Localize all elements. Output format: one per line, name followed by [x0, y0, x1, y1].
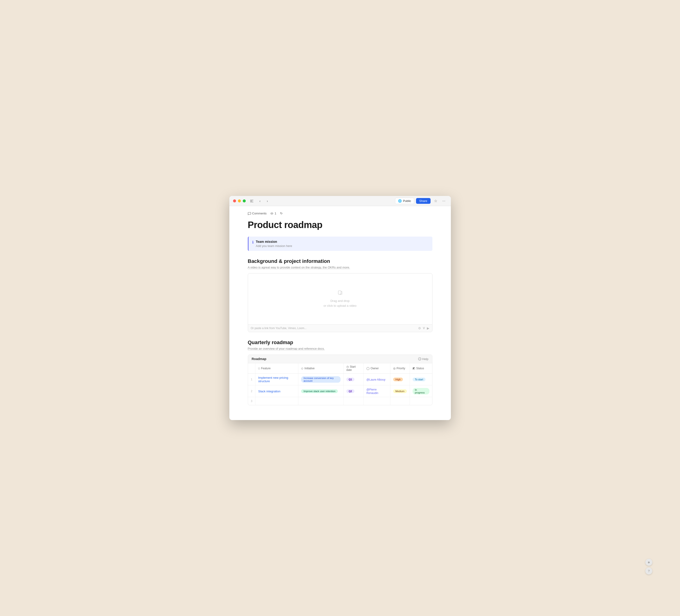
comments-label: Comments — [252, 212, 267, 215]
status-badge-1: To start — [413, 377, 425, 381]
priority-3 — [390, 397, 409, 405]
col-initiative: ◇Initiative — [299, 363, 343, 374]
table-row: 3 — [248, 397, 432, 405]
comment-icon — [248, 212, 251, 215]
status-badge-2: In progress — [413, 388, 429, 394]
owner-text-1: @Laure Albouy — [366, 378, 385, 381]
feature-3[interactable] — [255, 397, 299, 405]
roadmap-table-container: Roadmap ? Help □Feature — [248, 355, 432, 405]
table-row: 2 Slack integration Improve slack user r… — [248, 386, 432, 397]
initiative-2: Improve slack user retention — [299, 386, 343, 397]
video-drop-text2: or click to upload a video — [323, 304, 357, 307]
svg-rect-0 — [250, 200, 253, 200]
feature-1[interactable]: Implement new pricing structure — [255, 374, 299, 386]
video-drop-area[interactable]: Drag and drop or click to upload a video — [248, 274, 432, 324]
star-icon[interactable]: ☆ — [432, 198, 439, 204]
table-body: 1 Implement new pricing structure Increa… — [248, 374, 432, 405]
startdate-badge-1: Q1 — [346, 377, 355, 381]
quarterly-section-title: Quarterly roadmap — [248, 339, 432, 345]
startdate-col-icon: ◷ — [346, 365, 349, 368]
globe-icon: 🌐 — [398, 199, 402, 203]
eye-icon — [270, 212, 274, 215]
owner-2: @Pierre Renaudin — [364, 386, 390, 397]
priority-badge-2: Medium — [393, 389, 407, 393]
help-button[interactable]: ? Help — [418, 357, 428, 361]
video-paste-text: Or paste a link from YouTube, Vimeo, Loo… — [251, 327, 307, 330]
callout-content: Team mission Add you team mission here — [256, 240, 292, 248]
table-header-bar: Roadmap ? Help — [248, 355, 432, 363]
settings-icon: ⚙ — [418, 326, 421, 330]
initiative-1: Increase conversion of key account — [299, 374, 343, 386]
refresh-icon: ↻ — [280, 212, 283, 215]
svg-rect-5 — [338, 291, 341, 294]
callout-title: Team mission — [256, 240, 292, 244]
owner-1: @Laure Albouy — [364, 374, 390, 386]
titlebar-right: 🌐 Public Share ☆ ··· — [395, 198, 447, 204]
minimize-button[interactable] — [238, 199, 241, 202]
startdate-3 — [343, 397, 363, 405]
col-owner: ◯Owner — [364, 363, 390, 374]
callout-info-icon: ℹ — [252, 240, 254, 245]
status-col-icon: ◩ — [413, 367, 415, 370]
feature-col-icon: □ — [258, 367, 260, 370]
feature-2[interactable]: Slack integration — [255, 386, 299, 397]
content-area: Comments 1 ↻ Product roadmap ℹ Team miss… — [229, 206, 451, 420]
table-title: Roadmap — [252, 357, 266, 361]
initiative-badge-2: Improve slack user retention — [301, 389, 338, 393]
views-indicator: 1 — [270, 212, 276, 215]
views-count: 1 — [275, 212, 276, 215]
video-paste-icons: ⚙ V ▶ — [418, 326, 429, 330]
more-options-icon[interactable]: ··· — [441, 198, 447, 204]
maximize-button[interactable] — [243, 199, 246, 202]
public-button[interactable]: 🌐 Public — [395, 198, 414, 204]
status-1: To start — [409, 374, 432, 386]
youtube-icon: ▶ — [427, 326, 429, 330]
col-num — [248, 363, 255, 374]
priority-badge-1: High — [393, 377, 403, 381]
traffic-lights — [233, 199, 246, 202]
refresh-button[interactable]: ↻ — [280, 212, 283, 215]
help-floating-button[interactable]: ? — [645, 567, 652, 575]
quarterly-section: Quarterly roadmap Provide an overview of… — [248, 339, 432, 405]
floating-buttons: ● ? — [645, 559, 652, 575]
callout-block[interactable]: ℹ Team mission Add you team mission here — [248, 236, 432, 251]
row-num-1: 1 — [248, 374, 255, 386]
owner-col-icon: ◯ — [366, 367, 369, 370]
video-paste-bar: Or paste a link from YouTube, Vimeo, Loo… — [248, 324, 432, 332]
video-upload-box[interactable]: Drag and drop or click to upload a video… — [248, 273, 432, 332]
public-label: Public — [403, 199, 411, 203]
priority-col-icon: ◎ — [393, 367, 396, 370]
bubble-button[interactable]: ● — [645, 559, 652, 566]
initiative-badge-1: Increase conversion of key account — [301, 376, 340, 383]
close-button[interactable] — [233, 199, 236, 202]
row-num-2: 2 — [248, 386, 255, 397]
sidebar-toggle-icon[interactable] — [249, 198, 255, 204]
callout-subtitle: Add you team mission here — [256, 244, 292, 248]
col-startdate: ◷Start date — [343, 363, 363, 374]
feature-link-1[interactable]: Implement new pricing structure — [258, 376, 288, 383]
back-button[interactable]: ‹ — [257, 198, 263, 204]
status-3 — [409, 397, 432, 405]
nav-icons: ‹ › — [257, 198, 271, 204]
feature-link-2[interactable]: Slack integration — [258, 390, 280, 393]
startdate-2: Q2 — [343, 386, 363, 397]
svg-text:?: ? — [419, 358, 420, 360]
forward-button[interactable]: › — [264, 198, 271, 204]
quarterly-section-desc: Provide an overview of your roadmap and … — [248, 347, 432, 351]
background-section: Background & project information A video… — [248, 258, 432, 332]
svg-rect-1 — [250, 201, 252, 201]
video-drop-text1: Drag and drop — [331, 299, 349, 303]
owner-3 — [364, 397, 390, 405]
doc-toolbar: Comments 1 ↻ — [248, 212, 432, 215]
col-feature: □Feature — [255, 363, 299, 374]
app-window: ‹ › 🌐 Public Share ☆ ··· Comments — [229, 196, 451, 420]
startdate-1: Q1 — [343, 374, 363, 386]
video-file-icon — [338, 290, 343, 297]
comments-button[interactable]: Comments — [248, 212, 267, 215]
initiative-3 — [299, 397, 343, 405]
share-button[interactable]: Share — [416, 198, 431, 204]
owner-text-2: @Pierre Renaudin — [366, 388, 378, 395]
col-priority: ◎Priority — [390, 363, 409, 374]
svg-rect-2 — [250, 202, 253, 202]
priority-1: High — [390, 374, 409, 386]
